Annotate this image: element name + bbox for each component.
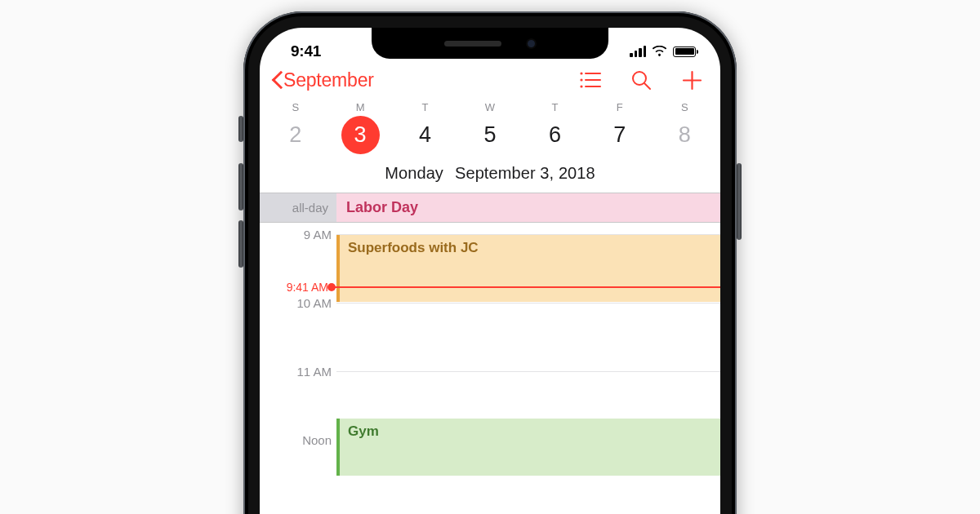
notch (372, 28, 608, 59)
status-time: 9:41 (291, 42, 321, 60)
week-day-row: 2 3 4 5 6 7 8 (260, 113, 720, 164)
date-full: September 3, 2018 (455, 164, 595, 182)
date-dow: Monday (385, 164, 443, 182)
weekday-label: W (457, 101, 522, 113)
wifi-icon (652, 46, 667, 57)
svg-line-7 (644, 83, 650, 89)
weekday-label: T (393, 101, 457, 113)
day-cell[interactable]: 4 (393, 113, 457, 156)
hour-label: Noon (260, 433, 332, 447)
hour-label: 11 AM (260, 365, 332, 379)
day-cell[interactable]: 6 (523, 113, 587, 156)
nav-bar: September (260, 67, 720, 98)
date-title: MondaySeptember 3, 2018 (260, 164, 720, 193)
all-day-label: all-day (260, 193, 336, 222)
plus-icon (682, 70, 702, 91)
all-day-row: all-day Labor Day (260, 193, 720, 222)
speaker-grille (444, 41, 501, 47)
weekday-header: S M T W T F S (260, 98, 720, 113)
day-cell[interactable]: 7 (587, 113, 652, 156)
all-day-event[interactable]: Labor Day (336, 193, 720, 222)
battery-icon (673, 47, 696, 57)
day-cell-selected[interactable]: 3 (327, 113, 392, 156)
search-button[interactable] (630, 69, 652, 91)
day-cell[interactable]: 8 (653, 113, 717, 156)
day-cell[interactable]: 2 (263, 113, 327, 156)
chevron-left-icon (271, 69, 283, 91)
phone-frame: 9:41 September (243, 11, 737, 514)
weekday-label: F (587, 101, 652, 113)
front-camera (526, 38, 537, 49)
power-button[interactable] (737, 163, 742, 240)
svg-point-4 (580, 78, 582, 81)
cellular-signal-icon (630, 46, 646, 57)
back-button[interactable]: September (271, 69, 374, 91)
hour-label: 9 AM (260, 228, 332, 241)
weekday-label: S (653, 101, 717, 113)
day-cell[interactable]: 5 (457, 113, 522, 156)
svg-point-5 (580, 85, 582, 87)
now-indicator: 9:41 AM (260, 281, 720, 294)
now-time-label: 9:41 AM (260, 281, 332, 294)
back-label: September (283, 69, 374, 91)
list-view-button[interactable] (580, 69, 601, 91)
weekday-label: T (523, 101, 587, 113)
event-gym[interactable]: Gym (336, 419, 720, 476)
list-icon (580, 71, 601, 89)
search-icon (631, 70, 652, 91)
screen: 9:41 September (260, 28, 720, 514)
weekday-label: S (263, 101, 327, 113)
svg-point-3 (580, 72, 582, 74)
weekday-label: M (327, 101, 392, 113)
day-timeline[interactable]: 9 AM 10 AM 11 AM Noon Superfoods with JC… (260, 223, 720, 500)
add-event-button[interactable] (681, 69, 702, 91)
hour-label: 10 AM (260, 296, 332, 310)
